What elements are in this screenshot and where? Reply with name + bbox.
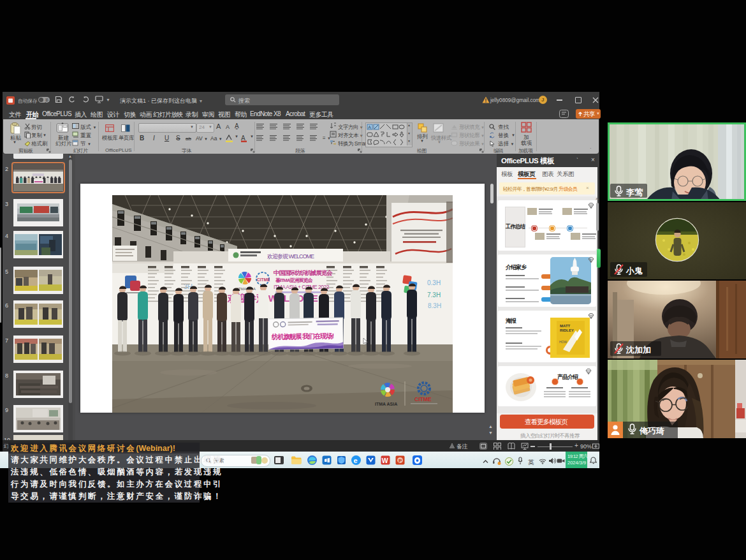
svg-text:P: P — [399, 458, 402, 464]
svg-text:RIDLEY: RIDLEY — [560, 328, 574, 332]
svg-text:A: A — [241, 135, 245, 142]
svg-text:俺巧琦: 俺巧琦 — [639, 426, 664, 436]
svg-text:HOW: HOW — [559, 340, 567, 344]
svg-text:7.3H: 7.3H — [427, 291, 441, 298]
svg-text:8.3H: 8.3H — [428, 302, 441, 309]
svg-text:0.3H: 0.3H — [427, 279, 441, 286]
svg-text:W: W — [382, 457, 388, 464]
svg-text:A: A — [368, 125, 371, 129]
svg-text:e: e — [354, 457, 358, 464]
svg-text:中国国际纺织机械展览会: 中国国际纺织机械展览会 — [274, 269, 333, 276]
svg-text:小鬼: 小鬼 — [625, 266, 643, 276]
svg-text:CITME: CITME — [414, 396, 432, 402]
svg-text:ITMA ASIA: ITMA ASIA — [375, 402, 397, 406]
svg-text:CITME: CITME — [257, 277, 270, 282]
svg-text:MATT: MATT — [560, 324, 571, 328]
svg-text:李莺: 李莺 — [625, 188, 643, 197]
svg-text:沈加加: 沈加加 — [625, 345, 651, 355]
svg-text:欢迎参观 WELCOME: 欢迎参观 WELCOME — [267, 253, 314, 260]
svg-text:纺机旗舰展 我们在现场!: 纺机旗舰展 我们在现场! — [271, 332, 334, 341]
svg-text:暮ITMA亚洲展览会: 暮ITMA亚洲展览会 — [275, 277, 314, 283]
